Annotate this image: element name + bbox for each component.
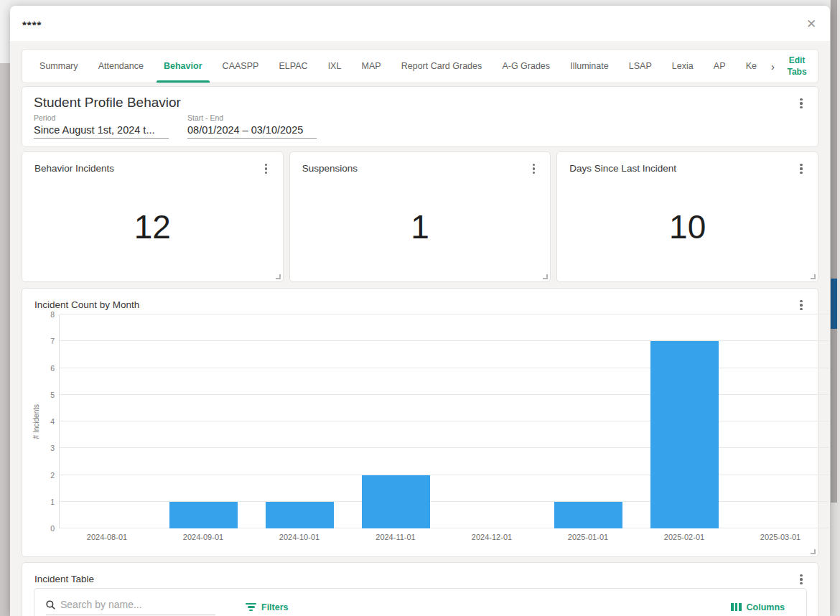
period-select[interactable]: [34, 123, 169, 139]
tab-bar: SummaryAttendanceBehaviorCAASPPELPACIXLM…: [22, 49, 818, 83]
y-tick-label: 2: [50, 471, 55, 480]
stat-card-title: Days Since Last Incident: [569, 163, 676, 174]
stat-card-resize-handle[interactable]: [811, 274, 816, 279]
tab-summary[interactable]: Summary: [29, 50, 88, 83]
search-icon: [46, 600, 55, 610]
tab-map[interactable]: MAP: [351, 50, 391, 83]
bar-2025-01-01[interactable]: [554, 502, 622, 528]
incident-table-inner: Filters Columns: [34, 588, 807, 616]
columns-icon: [731, 603, 742, 611]
filters-button[interactable]: Filters: [246, 602, 289, 613]
incident-table-card: Incident Table Filters: [22, 562, 818, 616]
bar-2025-02-01[interactable]: [650, 341, 719, 528]
tab-behavior[interactable]: Behavior: [154, 50, 213, 83]
y-tick-label: 3: [50, 444, 55, 452]
edit-tabs-button[interactable]: Edit Tabs: [783, 50, 811, 83]
tab-ke[interactable]: Ke: [736, 50, 767, 83]
x-tick-label: 2025-01-01: [540, 533, 636, 541]
stat-card-menu-kebab-icon[interactable]: [527, 161, 540, 177]
stat-card-resize-handle[interactable]: [543, 274, 548, 279]
gridline: [60, 314, 829, 314]
tab-elpac[interactable]: ELPAC: [269, 50, 317, 83]
stat-card-value: 10: [557, 190, 818, 264]
x-tick-label: 2025-03-01: [732, 533, 829, 541]
background-page-right-edge: [830, 0, 840, 616]
incident-count-chart-card: Incident Count by Month # Incidents 0123…: [22, 288, 818, 557]
tabs-overflow-chevron-icon[interactable]: ›: [767, 50, 779, 83]
modal-body: SummaryAttendanceBehaviorCAASPPELPACIXLM…: [10, 41, 830, 616]
bar-2024-10-01[interactable]: [266, 502, 334, 528]
stat-card: Suspensions1: [289, 151, 551, 282]
x-tick-label: 2024-10-01: [251, 533, 347, 541]
header-card-menu-kebab-icon[interactable]: [795, 95, 808, 111]
behavior-header-card: Student Profile Behavior Period Start - …: [22, 86, 818, 147]
y-axis-label: # Incidents: [32, 404, 40, 439]
table-card-menu-kebab-icon[interactable]: [795, 571, 808, 587]
stat-card-title: Behavior Incidents: [34, 163, 114, 174]
tab-caaspp[interactable]: CAASPP: [213, 50, 269, 83]
x-tick-label: 2024-11-01: [347, 533, 444, 541]
chart-card-resize-handle[interactable]: [811, 549, 816, 554]
stat-card: Behavior Incidents12: [22, 151, 284, 282]
tab-ap[interactable]: AP: [704, 50, 736, 83]
chart-card-menu-kebab-icon[interactable]: [795, 297, 808, 313]
y-tick-label: 1: [50, 498, 55, 506]
filter-icon: [246, 602, 256, 613]
stat-card-title: Suspensions: [302, 163, 358, 174]
modal-header: **** ✕: [10, 6, 830, 41]
tab-ixl[interactable]: IXL: [318, 50, 352, 83]
incident-table-title: Incident Table: [34, 574, 94, 584]
y-tick-label: 4: [50, 417, 55, 426]
page-title: Student Profile Behavior: [34, 95, 806, 111]
background-page-left-edge-lower: [0, 63, 10, 616]
tab-lexia[interactable]: Lexia: [662, 50, 704, 83]
y-tick-label: 5: [50, 391, 55, 399]
bar-2024-11-01[interactable]: [362, 475, 430, 529]
search-input[interactable]: [60, 599, 215, 610]
background-page-left-edge: [0, 0, 10, 616]
background-scrollbar-thumb[interactable]: [831, 279, 837, 329]
stats-row: Behavior Incidents12Suspensions1Days Sin…: [22, 151, 818, 282]
student-profile-modal: **** ✕ SummaryAttendanceBehaviorCAASPPEL…: [10, 6, 830, 616]
stat-card-menu-kebab-icon[interactable]: [260, 161, 273, 177]
y-tick-label: 0: [50, 524, 55, 533]
tab-lsap[interactable]: LSAP: [619, 50, 662, 83]
search-field: [46, 599, 215, 615]
stat-card-value: 12: [22, 190, 283, 264]
close-icon[interactable]: ✕: [803, 16, 820, 33]
date-range-input[interactable]: [187, 123, 317, 139]
background-scrollbar-track[interactable]: [831, 0, 837, 503]
y-tick-label: 8: [50, 310, 55, 319]
x-tick-label: 2025-02-01: [636, 533, 732, 541]
stat-card-resize-handle[interactable]: [276, 274, 281, 279]
x-tick-label: 2024-08-01: [59, 533, 155, 541]
x-tick-label: 2024-09-01: [155, 533, 251, 541]
filters-label: Filters: [261, 602, 289, 612]
tab-illuminate[interactable]: Illuminate: [560, 50, 619, 83]
columns-button[interactable]: Columns: [731, 602, 785, 612]
tab-report-card-grades[interactable]: Report Card Grades: [391, 50, 493, 83]
tab-attendance[interactable]: Attendance: [88, 50, 154, 83]
stat-card-menu-kebab-icon[interactable]: [795, 161, 808, 177]
columns-label: Columns: [747, 602, 785, 612]
period-label: Period: [34, 113, 169, 122]
chart-title: Incident Count by Month: [34, 299, 139, 310]
tab-list: SummaryAttendanceBehaviorCAASPPELPACIXLM…: [29, 50, 767, 83]
x-tick-label: 2024-12-01: [444, 533, 540, 541]
y-tick-label: 7: [50, 337, 55, 345]
stat-card: Days Since Last Incident10: [556, 151, 818, 282]
student-name-masked: ****: [22, 19, 42, 31]
stat-card-value: 1: [290, 190, 551, 264]
bar-chart-plot-area: 012345678: [59, 314, 829, 528]
start-end-label: Start - End: [187, 113, 317, 122]
tab-a-g-grades[interactable]: A-G Grades: [492, 50, 560, 83]
bar-2024-09-01[interactable]: [169, 502, 238, 528]
y-tick-label: 6: [50, 364, 55, 373]
x-axis-labels: 2024-08-012024-09-012024-10-012024-11-01…: [59, 533, 829, 541]
